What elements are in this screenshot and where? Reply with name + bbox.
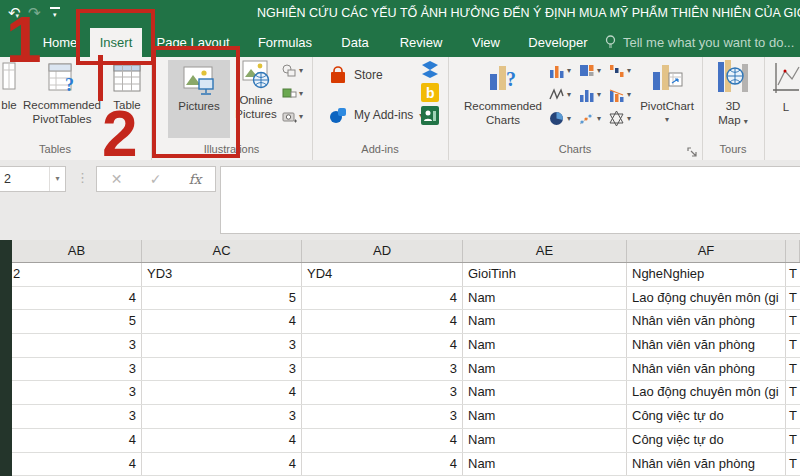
- cell[interactable]: Nhân viên văn phòng: [627, 334, 786, 357]
- shapes-button[interactable]: ▾: [282, 63, 303, 78]
- cell[interactable]: NgheNghiep: [627, 263, 786, 286]
- insert-stock-chart-button[interactable]: ▾: [548, 86, 571, 103]
- addin-bing-button[interactable]: b: [420, 82, 440, 107]
- name-box[interactable]: 2 ▾: [0, 166, 66, 192]
- cell[interactable]: T: [786, 405, 800, 428]
- insert-waterfall-chart-button[interactable]: ▾: [608, 62, 631, 79]
- column-header-AB[interactable]: AB: [12, 240, 142, 262]
- cell[interactable]: 4: [142, 429, 302, 452]
- tab-view[interactable]: View: [463, 28, 509, 57]
- table-row: 2YD3YD4GioiTinhNgheNghiepT: [12, 263, 800, 287]
- cell[interactable]: 4: [302, 453, 463, 476]
- cell[interactable]: Nam: [463, 381, 627, 404]
- name-box-resizer[interactable]: ⋮: [76, 170, 89, 185]
- pivotchart-button[interactable]: PivotChart ▾: [636, 60, 698, 127]
- cell[interactable]: 3: [142, 358, 302, 381]
- cell[interactable]: 3: [142, 405, 302, 428]
- cell[interactable]: 3: [302, 358, 463, 381]
- recommended-charts-button[interactable]: ? Recommended Charts: [452, 60, 554, 127]
- cell[interactable]: Nam: [463, 453, 627, 476]
- cell[interactable]: T: [786, 381, 800, 404]
- cell[interactable]: T: [786, 453, 800, 476]
- cell[interactable]: T: [786, 334, 800, 357]
- cell[interactable]: 4: [12, 453, 142, 476]
- smartart-button[interactable]: ▾: [282, 86, 303, 101]
- cell[interactable]: Nhân viên văn phòng: [627, 358, 786, 381]
- insert-scatter-chart-button[interactable]: ▾: [578, 110, 601, 127]
- cell[interactable]: 3: [12, 358, 142, 381]
- cell[interactable]: T: [786, 263, 800, 286]
- column-header-AF[interactable]: AF: [627, 240, 786, 262]
- cell[interactable]: Lao động chuyên môn (gi: [627, 287, 786, 310]
- column-header-AE[interactable]: AE: [463, 240, 627, 262]
- formula-input[interactable]: [220, 166, 800, 234]
- store-label: Store: [354, 68, 383, 82]
- cancel-button[interactable]: ✕: [111, 171, 123, 187]
- waterfall-chart-icon: [608, 62, 625, 79]
- insert-bar-chart-button[interactable]: ▾: [578, 86, 601, 103]
- cell[interactable]: 3: [302, 381, 463, 404]
- tell-me-box[interactable]: Tell me what you want to do...: [604, 28, 794, 57]
- addin-people-graph-button[interactable]: [420, 105, 440, 130]
- cell[interactable]: 5: [142, 287, 302, 310]
- cell[interactable]: Nhân viên văn phòng: [627, 310, 786, 333]
- cell[interactable]: YD4: [302, 263, 463, 286]
- enter-button[interactable]: ✓: [150, 171, 162, 187]
- cell[interactable]: Nam: [463, 405, 627, 428]
- tab-data[interactable]: Data: [331, 28, 379, 57]
- insert-surface-chart-button[interactable]: ▾: [608, 110, 631, 127]
- cell[interactable]: Nam: [463, 310, 627, 333]
- insert-pie-chart-button[interactable]: ▾: [548, 110, 571, 127]
- online-pictures-label: Online: [239, 93, 272, 107]
- cell[interactable]: 5: [12, 310, 142, 333]
- cell[interactable]: 4: [12, 429, 142, 452]
- cell[interactable]: GioiTinh: [463, 263, 627, 286]
- cell[interactable]: 4: [142, 453, 302, 476]
- cell[interactable]: T: [786, 358, 800, 381]
- cell[interactable]: T: [786, 310, 800, 333]
- cell[interactable]: Nam: [463, 287, 627, 310]
- cell[interactable]: T: [786, 429, 800, 452]
- column-header-AC[interactable]: AC: [142, 240, 302, 262]
- cell[interactable]: Công việc tự do: [627, 405, 786, 428]
- cell[interactable]: 3: [12, 334, 142, 357]
- cell[interactable]: 4: [142, 381, 302, 404]
- cell[interactable]: T: [786, 287, 800, 310]
- customize-quick-access-button[interactable]: ▾: [50, 7, 60, 19]
- cell[interactable]: 3: [142, 334, 302, 357]
- insert-function-button[interactable]: fx: [189, 171, 202, 187]
- tab-review[interactable]: Review: [393, 28, 449, 57]
- my-add-ins-button[interactable]: My Add-ins ▾: [328, 105, 423, 125]
- cell[interactable]: Nam: [463, 334, 627, 357]
- cell[interactable]: 2: [12, 263, 142, 286]
- cell[interactable]: 4: [302, 429, 463, 452]
- insert-hierarchy-chart-button[interactable]: ▾: [578, 62, 601, 79]
- cell[interactable]: 4: [302, 287, 463, 310]
- column-header-partial[interactable]: [786, 240, 800, 262]
- cell[interactable]: Nam: [463, 429, 627, 452]
- cell[interactable]: Nam: [463, 358, 627, 381]
- cell[interactable]: Nhân viên văn phòng: [627, 453, 786, 476]
- addin-visio-button[interactable]: [420, 59, 440, 84]
- chevron-down-icon[interactable]: ▾: [49, 167, 65, 191]
- three-d-map-button[interactable]: 3D Map ▾: [716, 58, 750, 129]
- cell[interactable]: 3: [12, 381, 142, 404]
- cell[interactable]: Lao động chuyên môn (gi: [627, 381, 786, 404]
- tab-formulas[interactable]: Formulas: [250, 28, 320, 57]
- screenshot-button[interactable]: ▾: [282, 109, 303, 124]
- cell[interactable]: 4: [142, 310, 302, 333]
- cell[interactable]: 3: [12, 405, 142, 428]
- insert-column-chart-button[interactable]: ▾: [548, 62, 571, 79]
- cell[interactable]: 3: [302, 405, 463, 428]
- cell[interactable]: YD3: [142, 263, 302, 286]
- line-sparkline-icon: [772, 61, 800, 97]
- cell[interactable]: 4: [12, 287, 142, 310]
- cell[interactable]: 4: [302, 334, 463, 357]
- line-sparkline-button[interactable]: L: [772, 61, 800, 114]
- insert-combo-chart-button[interactable]: ▾: [608, 86, 631, 103]
- cell[interactable]: 4: [302, 310, 463, 333]
- cell[interactable]: Công việc tự do: [627, 429, 786, 452]
- store-button[interactable]: Store: [328, 65, 383, 85]
- tab-developer[interactable]: Developer: [523, 28, 593, 57]
- column-header-AD[interactable]: AD: [302, 240, 463, 262]
